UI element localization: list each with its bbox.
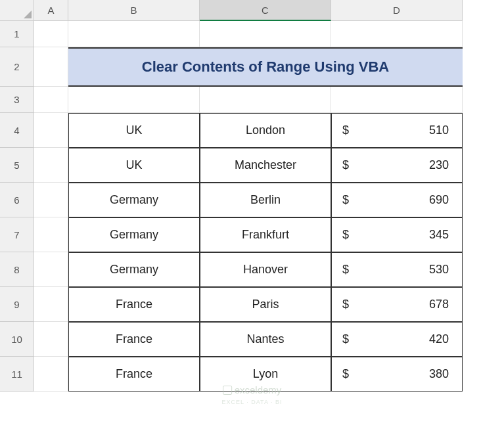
cell-c1[interactable]	[200, 21, 331, 47]
cell-c7[interactable]: Frankfurt	[200, 217, 331, 252]
cell-b10[interactable]: France	[68, 322, 200, 357]
cell-b7[interactable]: Germany	[68, 217, 200, 252]
col-header-c[interactable]: C	[200, 0, 331, 21]
money-value: 230	[429, 158, 449, 172]
cell-c5[interactable]: Manchester	[200, 148, 331, 183]
row-header-11[interactable]: 11	[0, 357, 34, 392]
cell-c9[interactable]: Paris	[200, 287, 331, 322]
currency-symbol: $	[342, 367, 349, 381]
cell-b8[interactable]: Germany	[68, 252, 200, 287]
cell-d9[interactable]: $ 678	[331, 287, 463, 322]
row-header-10[interactable]: 10	[0, 322, 34, 357]
money-value: 380	[429, 367, 449, 381]
cell-a7[interactable]	[34, 217, 68, 252]
watermark: exceldemy	[223, 384, 282, 395]
row-header-4[interactable]: 4	[0, 113, 34, 148]
cell-a3[interactable]	[34, 87, 68, 113]
row-header-2[interactable]: 2	[0, 47, 34, 87]
cell-c3[interactable]	[200, 87, 331, 113]
watermark-icon	[223, 386, 232, 395]
cell-d6[interactable]: $ 690	[331, 183, 463, 217]
cell-b4[interactable]: UK	[68, 113, 200, 148]
cell-d3[interactable]	[331, 87, 463, 113]
cell-a9[interactable]	[34, 287, 68, 322]
money-value: 345	[429, 228, 449, 242]
money-value: 510	[429, 124, 449, 137]
currency-symbol: $	[342, 263, 349, 277]
spreadsheet-grid: A B C D 1 2 Clear Contents of Range Usin…	[0, 0, 504, 392]
row-header-1[interactable]: 1	[0, 21, 34, 47]
row-header-6[interactable]: 6	[0, 183, 34, 217]
title-cell[interactable]: Clear Contents of Range Using VBA	[68, 47, 463, 87]
currency-symbol: $	[342, 298, 349, 311]
currency-symbol: $	[342, 228, 349, 242]
col-header-a[interactable]: A	[34, 0, 68, 21]
cell-a8[interactable]	[34, 252, 68, 287]
currency-symbol: $	[342, 158, 349, 172]
cell-a6[interactable]	[34, 183, 68, 217]
cell-b1[interactable]	[68, 21, 200, 47]
row-header-9[interactable]: 9	[0, 287, 34, 322]
row-header-8[interactable]: 8	[0, 252, 34, 287]
cell-a1[interactable]	[34, 21, 68, 47]
currency-symbol: $	[342, 124, 349, 137]
select-all-corner[interactable]	[0, 0, 34, 21]
cell-a4[interactable]	[34, 113, 68, 148]
row-header-3[interactable]: 3	[0, 87, 34, 113]
cell-d11[interactable]: $ 380	[331, 357, 463, 392]
row-header-5[interactable]: 5	[0, 148, 34, 183]
cell-a2[interactable]	[34, 47, 68, 87]
cell-c4[interactable]: London	[200, 113, 331, 148]
cell-c10[interactable]: Nantes	[200, 322, 331, 357]
cell-c6[interactable]: Berlin	[200, 183, 331, 217]
money-value: 420	[429, 332, 449, 346]
cell-b5[interactable]: UK	[68, 148, 200, 183]
cell-d7[interactable]: $ 345	[331, 217, 463, 252]
cell-b3[interactable]	[68, 87, 200, 113]
cell-d4[interactable]: $ 510	[331, 113, 463, 148]
cell-d8[interactable]: $ 530	[331, 252, 463, 287]
watermark-text: exceldemy	[235, 384, 282, 395]
currency-symbol: $	[342, 332, 349, 346]
row-header-7[interactable]: 7	[0, 217, 34, 252]
cell-b6[interactable]: Germany	[68, 183, 200, 217]
cell-c8[interactable]: Hanover	[200, 252, 331, 287]
money-value: 678	[429, 298, 449, 311]
cell-b11[interactable]: France	[68, 357, 200, 392]
cell-a11[interactable]	[34, 357, 68, 392]
watermark-subtitle: EXCEL · DATA · BI	[222, 399, 283, 405]
col-header-b[interactable]: B	[68, 0, 200, 21]
currency-symbol: $	[342, 193, 349, 207]
cell-a10[interactable]	[34, 322, 68, 357]
money-value: 530	[429, 263, 449, 277]
cell-d1[interactable]	[331, 21, 463, 47]
col-header-d[interactable]: D	[331, 0, 463, 21]
cell-a5[interactable]	[34, 148, 68, 183]
cell-d5[interactable]: $ 230	[331, 148, 463, 183]
cell-d10[interactable]: $ 420	[331, 322, 463, 357]
cell-b9[interactable]: France	[68, 287, 200, 322]
money-value: 690	[429, 193, 449, 207]
